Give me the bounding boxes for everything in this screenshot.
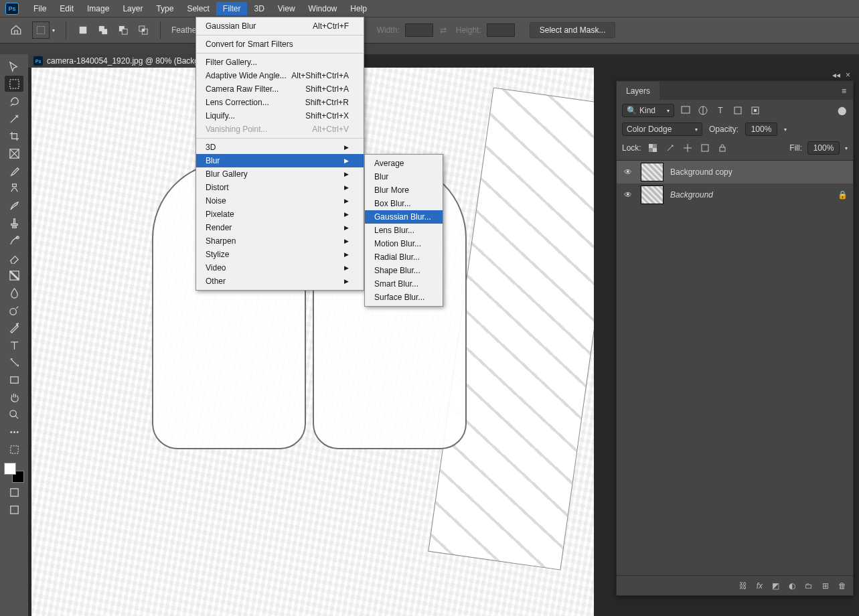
menuitem-shape-blur[interactable]: Shape Blur... xyxy=(365,264,443,277)
opacity-dropdown-icon[interactable]: ▾ xyxy=(784,127,787,133)
tool-history[interactable] xyxy=(5,232,23,248)
layer-visibility-icon[interactable]: 👁 xyxy=(622,167,634,177)
adjustment-layer-icon[interactable]: ◐ xyxy=(789,581,795,591)
opacity-field[interactable]: 100% xyxy=(745,123,777,136)
tool-crop[interactable] xyxy=(5,128,23,144)
select-and-mask-button[interactable]: Select and Mask... xyxy=(530,22,616,38)
tool-pen[interactable] xyxy=(5,319,23,335)
tool-zoom[interactable] xyxy=(5,406,23,422)
tool-hand[interactable] xyxy=(5,389,23,405)
menuitem-gaussian-blur[interactable]: Gaussian BlurAlt+Ctrl+F xyxy=(196,19,364,33)
layer-row[interactable]: 👁Background copy xyxy=(617,161,853,183)
link-layers-icon[interactable]: ⛓ xyxy=(739,581,747,591)
tool-rectangle[interactable] xyxy=(5,372,23,388)
preset-dropdown-icon[interactable]: ▾ xyxy=(50,27,58,33)
filter-smart-icon[interactable] xyxy=(749,104,761,117)
menuitem-other[interactable]: Other▶ xyxy=(196,275,364,288)
menu-filter[interactable]: Filter xyxy=(216,2,248,15)
screen-mode-icon[interactable] xyxy=(5,502,23,518)
lock-pixels-icon[interactable] xyxy=(664,142,676,154)
layer-mask-icon[interactable]: ◩ xyxy=(772,581,779,591)
menuitem-smart-blur[interactable]: Smart Blur... xyxy=(365,277,443,291)
lock-all-icon[interactable] xyxy=(716,142,728,154)
layer-group-icon[interactable]: 🗀 xyxy=(805,581,813,591)
layer-visibility-icon[interactable]: 👁 xyxy=(622,190,634,200)
layer-thumbnail[interactable] xyxy=(641,163,663,181)
selection-subtract-icon[interactable] xyxy=(116,23,131,37)
filter-shape-icon[interactable] xyxy=(732,104,744,117)
menu-type[interactable]: Type xyxy=(149,2,180,15)
layer-filter-kind[interactable]: 🔍 Kind ▾ xyxy=(622,104,674,117)
menuitem-average[interactable]: Average xyxy=(365,157,443,170)
panel-close-icon[interactable]: × xyxy=(846,70,850,80)
layer-name[interactable]: Background copy xyxy=(670,167,848,177)
layer-name[interactable]: Background xyxy=(670,190,831,200)
tool-eyedropper[interactable] xyxy=(5,163,23,179)
layer-row[interactable]: 👁Background🔒 xyxy=(617,183,853,206)
menuitem-surface-blur[interactable]: Surface Blur... xyxy=(365,291,443,304)
layer-thumbnail[interactable] xyxy=(641,185,663,204)
menuitem-convert-for-smart-filters[interactable]: Convert for Smart Filters xyxy=(196,37,364,51)
tool-blur[interactable] xyxy=(5,285,23,301)
tool-type[interactable] xyxy=(5,337,23,353)
menuitem-filter-gallery[interactable]: Filter Gallery... xyxy=(196,56,364,69)
filter-type-icon[interactable]: T xyxy=(714,104,726,117)
menuitem-gaussian-blur[interactable]: Gaussian Blur... xyxy=(365,210,443,224)
tool-move[interactable] xyxy=(5,58,23,74)
tool-marquee[interactable] xyxy=(5,76,23,92)
menuitem-adaptive-wide-angle[interactable]: Adaptive Wide Angle...Alt+Shift+Ctrl+A xyxy=(196,69,364,82)
filter-adjust-icon[interactable] xyxy=(697,104,709,117)
menuitem-lens-correction[interactable]: Lens Correction...Shift+Ctrl+R xyxy=(196,96,364,109)
fill-field[interactable]: 100% xyxy=(807,141,840,155)
width-field[interactable] xyxy=(405,23,433,37)
filter-pixel-icon[interactable] xyxy=(680,104,692,117)
menu-3d[interactable]: 3D xyxy=(247,2,270,15)
delete-layer-icon[interactable]: 🗑 xyxy=(838,581,846,591)
lock-transparency-icon[interactable] xyxy=(647,142,659,154)
tool-frame[interactable] xyxy=(5,145,23,161)
tool-lasso[interactable] xyxy=(5,93,23,109)
menuitem-radial-blur[interactable]: Radial Blur... xyxy=(365,250,443,264)
marquee-preset-icon[interactable] xyxy=(32,21,50,39)
selection-intersect-icon[interactable] xyxy=(136,23,151,37)
tool-eraser[interactable] xyxy=(5,250,23,266)
tool-healing[interactable] xyxy=(5,180,23,196)
menuitem-camera-raw-filter[interactable]: Camera Raw Filter...Shift+Ctrl+A xyxy=(196,82,364,96)
quick-mask-icon[interactable] xyxy=(5,484,23,500)
menuitem-lens-blur[interactable]: Lens Blur... xyxy=(365,224,443,237)
menuitem-blur-gallery[interactable]: Blur Gallery▶ xyxy=(196,167,364,181)
height-field[interactable] xyxy=(487,23,515,37)
layer-fx-icon[interactable]: fx xyxy=(757,581,763,591)
menuitem-noise[interactable]: Noise▶ xyxy=(196,194,364,208)
tool-gradient[interactable] xyxy=(5,267,23,283)
menuitem-pixelate[interactable]: Pixelate▶ xyxy=(196,208,364,221)
blend-mode-dropdown[interactable]: Color Dodge▾ xyxy=(622,123,702,136)
menuitem-3d[interactable]: 3D▶ xyxy=(196,141,364,154)
menuitem-render[interactable]: Render▶ xyxy=(196,221,364,234)
menu-help[interactable]: Help xyxy=(343,2,374,15)
menu-layer[interactable]: Layer xyxy=(116,2,149,15)
selection-add-icon[interactable] xyxy=(96,23,110,37)
tool-stamp[interactable] xyxy=(5,215,23,231)
menuitem-distort[interactable]: Distort▶ xyxy=(196,181,364,194)
home-button[interactable] xyxy=(7,21,25,40)
menu-image[interactable]: Image xyxy=(80,2,116,15)
lock-artboard-icon[interactable] xyxy=(699,142,711,154)
menu-window[interactable]: Window xyxy=(302,2,344,15)
tool-wand[interactable] xyxy=(5,110,23,127)
swap-dimensions-icon[interactable]: ⇄ xyxy=(440,25,447,35)
menuitem-blur[interactable]: Blur xyxy=(365,170,443,183)
menu-file[interactable]: File xyxy=(27,2,53,15)
panel-menu-icon[interactable]: ≡ xyxy=(835,82,853,100)
tool-dodge[interactable] xyxy=(5,302,23,318)
menuitem-sharpen[interactable]: Sharpen▶ xyxy=(196,234,364,248)
menuitem-blur[interactable]: Blur▶ xyxy=(196,154,364,167)
new-layer-icon[interactable]: ⊞ xyxy=(822,581,829,591)
menu-edit[interactable]: Edit xyxy=(53,2,80,15)
menuitem-liquify[interactable]: Liquify...Shift+Ctrl+X xyxy=(196,109,364,123)
panel-collapse-icon[interactable]: ◂◂ xyxy=(832,70,840,80)
menuitem-video[interactable]: Video▶ xyxy=(196,261,364,275)
menuitem-box-blur[interactable]: Box Blur... xyxy=(365,197,443,210)
tool-path[interactable] xyxy=(5,354,23,370)
menu-view[interactable]: View xyxy=(271,2,302,15)
